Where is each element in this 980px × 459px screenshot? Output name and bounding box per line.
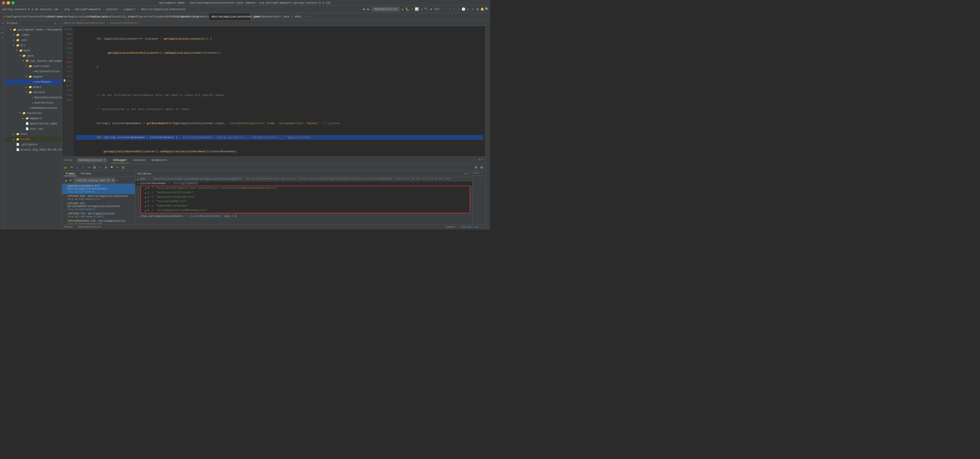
tree-item-java[interactable]: ▼ 📁 java: [5, 53, 62, 59]
tab-close-icon[interactable]: ×: [308, 15, 309, 18]
var-item-listenerbeannames[interactable]: ▼ listenerBeanNames = {String[6]@6503}: [135, 181, 472, 186]
profile-icon[interactable]: 📊: [415, 7, 419, 11]
thread-down-btn[interactable]: ▼: [69, 178, 73, 182]
maximize-button[interactable]: [11, 1, 14, 5]
run-to-cursor-btn[interactable]: ⇢: [86, 165, 91, 170]
tab-close-icon[interactable]: ×: [291, 15, 293, 18]
tree-item-main[interactable]: ▼ 📁 main: [5, 48, 62, 53]
build-icon[interactable]: 🔨: [424, 7, 428, 11]
navigate-back-icon[interactable]: ◀: [362, 7, 366, 11]
add-watch-btn[interactable]: +: [115, 165, 120, 170]
tab-abstractapplicationcontext[interactable]: AbstractApplicationContext.java ×: [209, 13, 250, 20]
tab-configurationclassbeandefinitionreader[interactable]: 📌 ConfigurationClassBeanDefinitionReader…: [125, 13, 167, 20]
frame-item[interactable]: ✓ registerListeners:872, AbstractApplica…: [62, 184, 135, 194]
tree-item-test[interactable]: ▶ 📁 test: [5, 132, 62, 137]
debug-icon[interactable]: 🐛: [406, 7, 410, 11]
restore-layout-btn[interactable]: ⊟: [121, 165, 126, 170]
step-into-btn[interactable]: ↓: [75, 165, 80, 170]
thread-select[interactable]: "main"@1 in group "main": RUNNING: [73, 178, 115, 183]
tree-item-package[interactable]: ▼ 📦 com.jessin.springboot.de...: [5, 59, 62, 64]
tree-item-userservice[interactable]: ▶ ☕ UserService: [5, 100, 62, 105]
tree-item-resources[interactable]: ▼ 📁 resources: [5, 111, 62, 116]
tree-item-myconditional[interactable]: ▶ ☕ MyConditionalCon...: [5, 95, 62, 100]
tab-close-icon[interactable]: ×: [110, 15, 111, 18]
tab-debugger[interactable]: Debugger: [111, 157, 129, 163]
step-out-btn[interactable]: ↑: [80, 165, 86, 170]
var-item-earlyevents[interactable]: ○○ this.earlyApplicationEvents = {Linked…: [135, 214, 472, 218]
resume-btn[interactable]: ▶: [63, 165, 68, 170]
var-item-5[interactable]: ▶ 5 = "springApplicationAdminRegistrar": [141, 208, 470, 213]
threads-tab[interactable]: Threads: [79, 172, 93, 176]
var-item-3[interactable]: ▶ 3 = "startupTimeMetrics": [141, 200, 470, 204]
var-item-this[interactable]: ▶ this = {AnnotationConfigServletWebServ…: [135, 177, 472, 181]
tree-item-service[interactable]: ▼ 📁 service: [5, 90, 62, 95]
tree-item-target[interactable]: ▶ 📁 target: [5, 137, 62, 142]
tab-configurationclasspostprocessor[interactable]: 📌 ConfigurationClassPostProcessor.java ×: [0, 13, 42, 20]
tab-postprocessorregistrationdelegate[interactable]: 📌 PostProcessorRegistrationDelegate.java…: [42, 13, 83, 20]
tab-close-icon[interactable]: ×: [262, 15, 264, 18]
tab-close-icon[interactable]: ×: [136, 15, 137, 18]
git-x-icon[interactable]: ✗: [447, 7, 451, 11]
debug-close-icon[interactable]: ×: [481, 158, 483, 161]
settings-icon[interactable]: ⚙: [429, 7, 433, 11]
tab-configurationclassutils[interactable]: 📌 ConfigurationClassUtils.java ×: [83, 13, 125, 20]
git-push-icon[interactable]: ↓: [457, 7, 461, 11]
mute-btn[interactable]: ⊘: [103, 165, 108, 170]
tab-conditionevaluator[interactable]: ConditionEvaluator.java ×: [250, 13, 292, 20]
expand-btn[interactable]: ⊞: [479, 165, 484, 170]
navigate-forward-icon[interactable]: ▶: [366, 7, 371, 11]
search-everywhere-icon[interactable]: 🔍: [485, 7, 489, 11]
tree-item-model[interactable]: ▶ 📁 model: [5, 84, 62, 90]
frames-tab[interactable]: Frames: [64, 172, 77, 176]
git-check-icon[interactable]: ✓: [442, 7, 447, 11]
step-over-btn[interactable]: ↷: [69, 165, 74, 170]
var-item-4[interactable]: ▶ 4 = "tomcatMetricsBinder": [141, 204, 470, 208]
minimize-button[interactable]: [7, 1, 10, 5]
undo-icon[interactable]: ↩: [466, 7, 470, 11]
frame-item[interactable]: refresh:740, SpringApplication (org.spri…: [62, 211, 135, 219]
tree-item-hellocontroller[interactable]: ▶ ☕ HelloController: [5, 69, 62, 74]
tab-endpoints[interactable]: Endpoints: [150, 157, 169, 163]
tree-item-demoapplication[interactable]: ▶ ☕ DemoApplication: [5, 105, 62, 111]
tree-item-mappers[interactable]: ▶ 📁 mappers: [5, 116, 62, 121]
debug-session[interactable]: DemoApplication ×: [77, 158, 107, 162]
pull-requests-icon[interactable]: PR: [0, 31, 5, 35]
tree-item-controller[interactable]: ▼ 📁 controller: [5, 64, 62, 69]
run-with-coverage-icon[interactable]: ⚡: [410, 7, 414, 11]
var-item-0[interactable]: ▶ 0 = "&org.springframework.boot.autocon…: [141, 186, 470, 191]
tree-item-src[interactable]: ▼ 📁 src: [5, 43, 62, 48]
tree-item-usermapper[interactable]: ▶ ☕ UserMapper: [5, 79, 62, 84]
notification-icon[interactable]: 🔔: [480, 7, 484, 11]
redo-icon[interactable]: ↪: [471, 7, 475, 11]
git-arrow-icon[interactable]: ↑: [452, 7, 456, 11]
tree-item-mvn[interactable]: ▶ 📁 .mvn: [5, 38, 62, 43]
settings-btn[interactable]: ⚙: [473, 165, 479, 170]
stop-icon[interactable]: ■: [420, 7, 424, 11]
debug-settings-icon[interactable]: ⚙: [479, 158, 480, 161]
tab-close-icon[interactable]: ×: [221, 15, 222, 18]
tree-item-yaml[interactable]: ▶ 📄 application.yaml: [5, 121, 62, 126]
structure-icon[interactable]: S: [0, 35, 5, 40]
commit-icon[interactable]: C: [0, 26, 5, 30]
thread-up-btn[interactable]: ▲: [64, 178, 68, 182]
project-icon[interactable]: P: [0, 21, 5, 25]
var-item-1[interactable]: ▶ 1 = "mvcResourceUrlProvider": [141, 191, 470, 195]
tab-close-icon[interactable]: ×: [65, 15, 66, 18]
view-breakpoints-btn[interactable]: ⚑: [109, 165, 114, 170]
frame-item[interactable]: refreshContext:415, SpringApplication (o…: [62, 219, 135, 224]
run-config-selector[interactable]: DemoApplication: [372, 7, 400, 11]
code-content[interactable]: for (ApplicationListener<?> listener : g…: [74, 26, 485, 156]
add-frame-btn[interactable]: +: [116, 178, 119, 182]
tab-console[interactable]: Console: [131, 157, 147, 163]
layout-icon[interactable]: ⊞: [476, 7, 480, 11]
tab-close-icon[interactable]: ×: [201, 15, 202, 18]
frame-item[interactable]: refresh:580, AbstractApplicationContext …: [62, 194, 135, 201]
stop-btn[interactable]: ■: [98, 165, 103, 170]
project-collapse-icon[interactable]: –: [58, 22, 60, 25]
tree-item-gitignore[interactable]: ▶ 📄 .gitignore: [5, 142, 62, 147]
tree-item-mapper[interactable]: ▼ 📁 mapper: [5, 74, 62, 79]
project-settings-icon[interactable]: ⚙: [54, 22, 56, 25]
tab-webs[interactable]: WebS... ×: [292, 13, 312, 20]
git-history-icon[interactable]: 🕐: [461, 7, 466, 11]
tree-item-accesslog[interactable]: ▶ 📄 access_log.2022-03-06.log: [5, 147, 62, 152]
